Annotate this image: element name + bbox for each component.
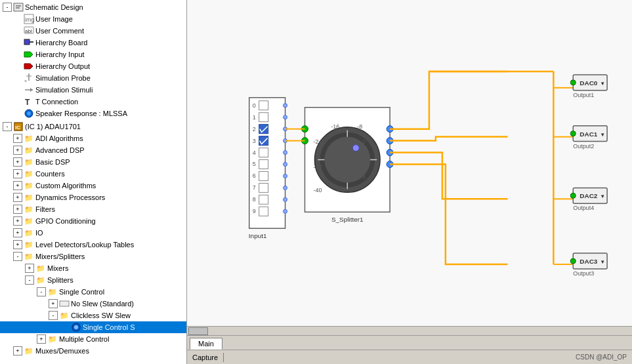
expand-clickless[interactable] xyxy=(49,311,58,320)
expand-io[interactable] xyxy=(13,228,22,237)
tree-item-advanced-dsp[interactable]: Advanced DSP xyxy=(0,144,186,156)
svg-point-52 xyxy=(284,186,287,190)
svg-rect-7 xyxy=(24,39,30,45)
tree-item-mixers-splitters[interactable]: Mixers/Splitters xyxy=(0,251,186,262)
dac2-component[interactable]: DAC2 Output4 ▼ xyxy=(570,188,607,211)
expand-level[interactable] xyxy=(13,240,22,249)
single-control-label: Single Control xyxy=(59,288,104,296)
adi-algorithms-label: ADI Algorithms xyxy=(35,134,83,142)
tree-item-mixers[interactable]: Mixers xyxy=(0,262,186,274)
tree-item-hierarchy-input[interactable]: Hierarchy Input xyxy=(0,49,186,60)
tree-item-t-connection[interactable]: T T Connection xyxy=(0,96,186,108)
expand-schematic-design[interactable] xyxy=(3,3,12,12)
horizontal-scrollbar[interactable] xyxy=(187,326,632,335)
main-container: Schematic Design img User Image abl User… xyxy=(0,0,632,364)
svg-text:8: 8 xyxy=(362,174,366,180)
scrollbar-thumb[interactable] xyxy=(188,327,208,335)
expand-custom[interactable] xyxy=(13,181,22,190)
tree-item-ic1[interactable]: IC (IC 1) ADAU1701 xyxy=(0,121,186,132)
expand-filters[interactable] xyxy=(13,205,22,214)
svg-point-18 xyxy=(27,111,31,115)
input1-component[interactable]: 0 1 2 3 4 5 6 7 8 9 xyxy=(249,98,287,239)
svg-text:DAC2: DAC2 xyxy=(579,192,598,199)
tree-item-speaker-response[interactable]: Speaker Response : MLSSA xyxy=(0,108,186,119)
tree-item-dynamics[interactable]: Dynamics Processors xyxy=(0,192,186,203)
svg-point-49 xyxy=(284,151,287,155)
expand-splitters[interactable] xyxy=(25,275,34,285)
svg-rect-44 xyxy=(259,207,268,216)
tree-item-filters[interactable]: Filters xyxy=(0,203,186,215)
svg-text:▼: ▼ xyxy=(600,132,605,138)
tree-item-counters[interactable]: Counters xyxy=(0,168,186,180)
expand-muxes[interactable] xyxy=(13,346,22,355)
tree-item-user-image[interactable]: img User Image xyxy=(0,13,186,25)
dac0-component[interactable]: DAC0 Output1 ▼ xyxy=(570,75,607,98)
splitter1-component[interactable]: -16 -8 -24 -32 0 8 -40 S_Splitt xyxy=(301,108,393,223)
expand-mixers-splitters[interactable] xyxy=(13,252,22,261)
level-detectors-label: Level Detectors/Lookup Tables xyxy=(35,241,134,249)
tree-item-simulation-stimuli[interactable]: Simulation Stimuli xyxy=(0,84,186,96)
gpio-label: GPIO Conditioning xyxy=(35,217,96,225)
svg-rect-21 xyxy=(60,301,69,306)
tree-item-basic-dsp[interactable]: Basic DSP xyxy=(0,156,186,168)
tree-item-muxes-demuxes[interactable]: Muxes/Demuxes xyxy=(0,345,186,357)
tree-item-multiple-control[interactable]: Multiple Control xyxy=(0,333,186,345)
tree-item-user-comment[interactable]: abl User Comment xyxy=(0,25,186,37)
icon-folder-multiple-control xyxy=(47,334,58,344)
expand-dynamics[interactable] xyxy=(13,193,22,202)
svg-point-53 xyxy=(284,197,287,201)
svg-text:1: 1 xyxy=(253,114,256,121)
expand-gpio[interactable] xyxy=(13,216,22,226)
tree-item-splitters[interactable]: Splitters xyxy=(0,274,186,286)
svg-text:Output4: Output4 xyxy=(573,205,594,211)
icon-folder-custom xyxy=(24,180,34,191)
expand-basic-dsp[interactable] xyxy=(13,157,22,167)
tree-item-gpio[interactable]: GPIO Conditioning xyxy=(0,215,186,227)
tree-item-clickless-sw-slew[interactable]: Clickless SW Slew xyxy=(0,310,186,321)
expand-ic1[interactable] xyxy=(3,122,12,131)
svg-point-46 xyxy=(284,115,287,119)
expand-single-control[interactable] xyxy=(37,287,46,296)
tree-item-level-detectors[interactable]: Level Detectors/Lookup Tables xyxy=(0,239,186,251)
tree-item-custom-algorithms[interactable]: Custom Algorithms xyxy=(0,180,186,192)
svg-marker-9 xyxy=(24,52,33,57)
icon-folder-io xyxy=(24,228,34,238)
svg-rect-0 xyxy=(14,3,23,11)
expand-adi[interactable] xyxy=(13,134,22,143)
hierarchy-input-label: Hierarchy Input xyxy=(35,51,85,58)
tree-item-schematic-design[interactable]: Schematic Design xyxy=(0,1,186,13)
svg-text:4: 4 xyxy=(253,150,256,156)
icon-folder-adi xyxy=(24,133,34,144)
svg-rect-41 xyxy=(259,171,268,180)
expand-no-slew[interactable] xyxy=(49,299,58,308)
icon-folder-counters xyxy=(24,169,34,179)
svg-text:0: 0 xyxy=(362,138,366,145)
svg-text:Input1: Input1 xyxy=(249,232,267,239)
tree-item-no-slew[interactable]: No Slew (Standard) xyxy=(0,298,186,310)
tree-item-adi-algorithms[interactable]: ADI Algorithms xyxy=(0,132,186,144)
expand-mixers[interactable] xyxy=(25,264,34,273)
tree-item-hierarchy-output[interactable]: Hierarchy Output xyxy=(0,60,186,72)
icon-hierarchy-output xyxy=(24,61,34,71)
schematic-design-label: Schematic Design xyxy=(25,3,83,11)
expand-counters[interactable] xyxy=(13,169,22,178)
tree-item-single-control[interactable]: Single Control xyxy=(0,286,186,298)
tree-item-io[interactable]: IO xyxy=(0,227,186,239)
expand-multiple-control[interactable] xyxy=(37,334,46,344)
dac1-component[interactable]: DAC1 Output2 ▼ xyxy=(570,126,607,150)
tree-item-hierarchy-board[interactable]: Hierarchy Board xyxy=(0,37,186,49)
multiple-control-label: Multiple Control xyxy=(59,335,109,343)
svg-text:▼: ▼ xyxy=(600,81,605,87)
icon-ic-chip: IC xyxy=(13,121,24,132)
tree-container[interactable]: Schematic Design img User Image abl User… xyxy=(0,0,186,364)
tree-item-simulation-probe[interactable]: × Simulation Probe xyxy=(0,72,186,84)
tree-item-single-control-s[interactable]: Single Control S xyxy=(0,321,186,333)
schematic-canvas-area[interactable]: 0 1 2 3 4 5 6 7 8 9 xyxy=(187,0,632,326)
icon-folder-filters xyxy=(24,204,34,214)
tab-main[interactable]: Main xyxy=(190,338,222,350)
io-label: IO xyxy=(35,229,43,237)
expand-advanced-dsp[interactable] xyxy=(13,146,22,155)
dynamics-label: Dynamics Processors xyxy=(35,193,105,201)
dac3-component[interactable]: DAC3 Output3 ▼ xyxy=(570,253,607,277)
icon-schematic xyxy=(13,2,24,12)
